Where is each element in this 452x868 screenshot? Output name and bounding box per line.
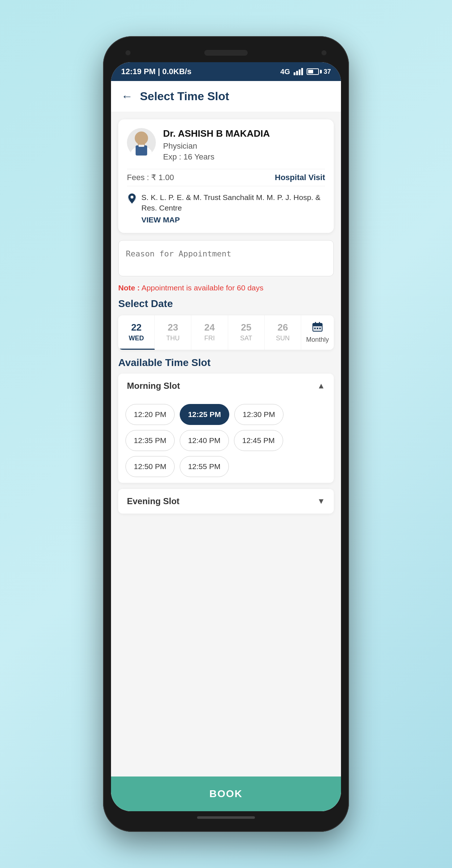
date-day-wed: WED (129, 335, 144, 342)
date-num-25: 25 (241, 322, 251, 333)
date-row: 22 WED 23 THU 24 FRI 25 SAT (118, 315, 334, 350)
svg-rect-12 (319, 322, 320, 325)
date-day-sun: SUN (276, 335, 290, 342)
status-bar: 12:19 PM | 0.0KB/s 4G 37 (111, 62, 341, 81)
svg-rect-13 (314, 328, 316, 329)
camera-left (125, 50, 131, 55)
doctor-info: Dr. ASHISH B MAKADIA Physician Exp : 16 … (127, 128, 325, 163)
evening-slot-header[interactable]: Evening Slot ▼ (118, 489, 334, 514)
fees-visit-row: Fees : ₹ 1.00 Hospital Visit (127, 169, 325, 186)
available-slot-title: Available Time Slot (118, 357, 334, 369)
speaker (204, 50, 248, 56)
time-btn-1245[interactable]: 12:45 PM (234, 430, 283, 451)
home-bar (197, 816, 255, 819)
morning-slot-card: Morning Slot ▲ 12:20 PM 12:25 PM 12:30 P… (118, 374, 334, 483)
note-text: Note : Appointment is available for 60 d… (118, 284, 334, 292)
svg-rect-4 (138, 145, 144, 147)
signal-label: 4G (280, 68, 290, 76)
svg-rect-15 (319, 328, 321, 329)
calendar-icon (312, 321, 323, 335)
note-content: Appointment is available for 60 days (141, 284, 263, 292)
svg-rect-10 (313, 323, 322, 326)
time-btn-1220[interactable]: 12:20 PM (125, 404, 175, 425)
svg-rect-11 (315, 322, 316, 325)
time-btn-1250[interactable]: 12:50 PM (125, 456, 175, 477)
doctor-experience: Exp : 16 Years (163, 152, 270, 162)
doctor-card: Dr. ASHISH B MAKADIA Physician Exp : 16 … (118, 119, 334, 233)
reason-input[interactable] (118, 240, 334, 276)
date-day-fri: FRI (204, 335, 215, 342)
svg-point-7 (131, 196, 133, 199)
time-btn-1235[interactable]: 12:35 PM (125, 430, 175, 451)
date-item-thu[interactable]: 23 THU (155, 315, 191, 350)
evening-slot-label: Evening Slot (127, 496, 179, 506)
evening-slot-card: Evening Slot ▼ (118, 489, 334, 514)
morning-slot-times: 12:20 PM 12:25 PM 12:30 PM 12:35 PM 12:4… (118, 398, 334, 483)
morning-slot-label: Morning Slot (127, 381, 180, 391)
morning-slot-header[interactable]: Morning Slot ▲ (118, 374, 334, 398)
date-num-24: 24 (204, 322, 215, 333)
battery-icon: 37 (307, 68, 331, 76)
evening-slot-arrow: ▼ (317, 497, 325, 506)
battery-percent: 37 (324, 68, 331, 76)
location-icon (127, 193, 137, 206)
status-right: 4G 37 (280, 68, 331, 76)
phone-bottom (111, 811, 341, 822)
svg-rect-3 (136, 145, 147, 156)
morning-slot-arrow: ▲ (317, 381, 325, 391)
time-btn-1240[interactable]: 12:40 PM (180, 430, 229, 451)
select-date-title: Select Date (118, 298, 334, 310)
hospital-name: S. K. L. P. E. & M. Trust Sanchalit M. M… (141, 192, 325, 213)
app-header: ← Select Time Slot (111, 81, 341, 112)
view-map-link[interactable]: VIEW MAP (141, 216, 180, 224)
date-item-sun[interactable]: 26 SUN (265, 315, 301, 350)
phone-screen: 12:19 PM | 0.0KB/s 4G 37 (111, 62, 341, 811)
monthly-label: Monthly (306, 336, 329, 344)
time-btn-1225[interactable]: 12:25 PM (180, 404, 229, 425)
location-text: S. K. L. P. E. & M. Trust Sanchalit M. M… (141, 192, 325, 224)
monthly-button[interactable]: Monthly (301, 315, 334, 350)
date-section: Select Date 22 WED 23 THU 24 FRI (118, 298, 334, 350)
date-num-23: 23 (168, 322, 178, 333)
signal-bars (294, 68, 303, 75)
visit-type: Hospital Visit (275, 173, 325, 182)
date-day-sat: SAT (240, 335, 252, 342)
slot-section: Available Time Slot Morning Slot ▲ 12:20… (118, 357, 334, 519)
date-num-22: 22 (131, 322, 142, 333)
doctor-name: Dr. ASHISH B MAKADIA (163, 128, 270, 139)
note-section: Note : Appointment is available for 60 d… (118, 284, 334, 292)
spacer (111, 519, 341, 534)
avatar (127, 128, 156, 157)
status-time: 12:19 PM | 0.0KB/s (121, 67, 191, 76)
camera-right (321, 50, 327, 55)
book-btn-wrap: BOOK (111, 776, 341, 811)
reason-section (118, 240, 334, 278)
time-btn-1255[interactable]: 12:55 PM (180, 456, 229, 477)
time-btn-1230[interactable]: 12:30 PM (234, 404, 283, 425)
book-button[interactable]: BOOK (111, 776, 341, 811)
page-title: Select Time Slot (140, 90, 229, 103)
date-day-thu: THU (166, 335, 180, 342)
app-content: ← Select Time Slot (111, 81, 341, 811)
doctor-details: Dr. ASHISH B MAKADIA Physician Exp : 16 … (163, 128, 270, 163)
date-num-26: 26 (277, 322, 288, 333)
date-item-fri[interactable]: 24 FRI (191, 315, 228, 350)
back-button[interactable]: ← (121, 90, 133, 103)
location-row: S. K. L. P. E. & M. Trust Sanchalit M. M… (127, 192, 325, 224)
phone-top-bar (111, 46, 341, 59)
date-item-wed[interactable]: 22 WED (118, 315, 155, 350)
date-item-sat[interactable]: 25 SAT (228, 315, 265, 350)
svg-rect-14 (317, 328, 318, 329)
phone-frame: 12:19 PM | 0.0KB/s 4G 37 (103, 36, 349, 832)
fees-label: Fees : ₹ 1.00 (127, 173, 174, 182)
doctor-specialty: Physician (163, 141, 270, 151)
